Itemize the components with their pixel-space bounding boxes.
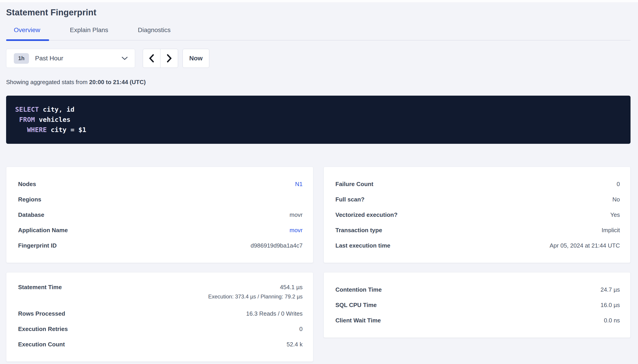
row-value: 0 — [617, 181, 620, 188]
chevron-left-icon — [149, 54, 155, 63]
row-label: Application Name — [18, 227, 68, 234]
statement-fingerprint-page: Statement Fingerprint Overview Explain P… — [0, 8, 638, 362]
summary-row-fingerprint-id: Fingerprint ID d986919d9ba1a4c7 — [18, 238, 303, 253]
prev-interval-button[interactable] — [143, 49, 160, 68]
row-label: Execution Retries — [18, 326, 68, 332]
summary-row-transaction-type: Transaction type Implicit — [336, 222, 620, 238]
row-value: Yes — [610, 212, 620, 218]
row-value: 454.1 µs — [280, 284, 302, 291]
stats-line-range: 20:00 to 21:44 (UTC) — [89, 79, 146, 86]
summary-row-sql-cpu-time: SQL CPU Time 16.0 µs — [336, 297, 620, 313]
statement-time-values: 454.1 µs Execution: 373.4 µs / Planning:… — [208, 284, 302, 300]
row-label: Transaction type — [336, 227, 382, 234]
top-strip — [0, 0, 638, 2]
summary-row-statement-time: Statement Time 454.1 µs Execution: 373.4… — [18, 282, 303, 306]
summary-row-client-wait-time: Client Wait Time 0.0 ns — [336, 313, 620, 328]
summary-row-last-execution-time: Last execution time Apr 05, 2024 at 21:4… — [336, 238, 620, 253]
summary-cards: Nodes N1 Regions Database movr Applicati… — [6, 167, 630, 362]
chevron-right-icon — [166, 54, 172, 63]
attributes-card: Failure Count 0 Full scan? No Vectorized… — [324, 167, 631, 263]
tab-diagnostics[interactable]: Diagnostics — [138, 27, 171, 40]
row-label: Database — [18, 212, 44, 218]
summary-row-contention-time: Contention Time 24.7 µs — [336, 282, 620, 297]
timings-card: Statement Time 454.1 µs Execution: 373.4… — [6, 272, 313, 362]
row-label: Regions — [18, 196, 42, 203]
time-step-group — [143, 49, 178, 68]
row-label: Failure Count — [336, 181, 374, 188]
stats-line-prefix: Showing aggregated stats from — [6, 79, 89, 86]
row-value: d986919d9ba1a4c7 — [251, 242, 303, 249]
row-label: Full scan? — [336, 196, 365, 203]
row-value: 52.4 k — [287, 341, 303, 348]
row-value: No — [612, 196, 620, 203]
summary-row-nodes: Nodes N1 — [18, 176, 303, 192]
time-range-dropdown[interactable]: 1h Past Hour — [6, 49, 135, 68]
tab-explain-plans[interactable]: Explain Plans — [70, 27, 108, 40]
overview-card: Nodes N1 Regions Database movr Applicati… — [6, 167, 313, 263]
row-label: Statement Time — [18, 284, 62, 291]
aggregated-stats-line: Showing aggregated stats from 20:00 to 2… — [6, 79, 630, 86]
sql-keyword: FROM — [19, 116, 35, 124]
time-range-label: Past Hour — [35, 55, 63, 62]
row-value: 0.0 ns — [604, 317, 620, 324]
row-label: Fingerprint ID — [18, 242, 57, 249]
summary-row-execution-retries: Execution Retries 0 — [18, 321, 303, 337]
row-value: 0 — [299, 326, 302, 332]
sql-line: SELECT city, id — [15, 106, 75, 113]
wait-times-card: Contention Time 24.7 µs SQL CPU Time 16.… — [324, 272, 631, 338]
next-interval-button[interactable] — [160, 49, 178, 68]
chevron-down-icon — [121, 56, 128, 60]
summary-row-application-name: Application Name movr — [18, 222, 303, 238]
row-label: Execution Count — [18, 341, 65, 348]
row-label: Client Wait Time — [336, 317, 381, 324]
row-value: Implicit — [601, 227, 620, 234]
statement-time-breakdown: Execution: 373.4 µs / Planning: 79.2 µs — [208, 294, 302, 300]
row-label: Last execution time — [336, 242, 390, 249]
interval-badge: 1h — [14, 53, 29, 64]
nodes-link[interactable]: N1 — [295, 181, 302, 188]
row-value: movr — [290, 212, 303, 218]
sql-line: FROM vehicles — [15, 116, 70, 124]
row-label: Rows Processed — [18, 310, 65, 317]
row-value: 16.0 µs — [600, 302, 620, 308]
summary-row-execution-count: Execution Count 52.4 k — [18, 337, 303, 352]
sql-keyword: WHERE — [27, 126, 47, 134]
now-button[interactable]: Now — [183, 49, 209, 68]
row-label: SQL CPU Time — [336, 302, 377, 308]
row-value: Apr 05, 2024 at 21:44 UTC — [549, 242, 620, 249]
tab-bar: Overview Explain Plans Diagnostics — [6, 27, 630, 40]
tab-overview[interactable]: Overview — [14, 27, 40, 40]
summary-row-regions: Regions — [18, 192, 303, 207]
active-tab-underline — [6, 39, 49, 41]
row-value: 16.3 Reads / 0 Writes — [246, 310, 303, 317]
summary-row-vectorized: Vectorized execution? Yes — [336, 207, 620, 222]
time-toolbar: 1h Past Hour Now — [6, 49, 630, 68]
sql-line: WHERE city = $1 — [15, 126, 86, 134]
row-value: 24.7 µs — [600, 286, 620, 293]
row-label: Vectorized execution? — [336, 212, 398, 218]
row-label: Nodes — [18, 181, 36, 188]
summary-row-full-scan: Full scan? No — [336, 192, 620, 207]
application-name-link[interactable]: movr — [290, 227, 303, 234]
page-title: Statement Fingerprint — [6, 8, 630, 18]
row-label: Contention Time — [336, 286, 382, 293]
sql-statement-box: SELECT city, id FROM vehicles WHERE city… — [6, 96, 630, 144]
summary-row-database: Database movr — [18, 207, 303, 222]
summary-row-failure-count: Failure Count 0 — [336, 176, 620, 192]
sql-keyword: SELECT — [15, 106, 39, 113]
summary-row-rows-processed: Rows Processed 16.3 Reads / 0 Writes — [18, 306, 303, 321]
